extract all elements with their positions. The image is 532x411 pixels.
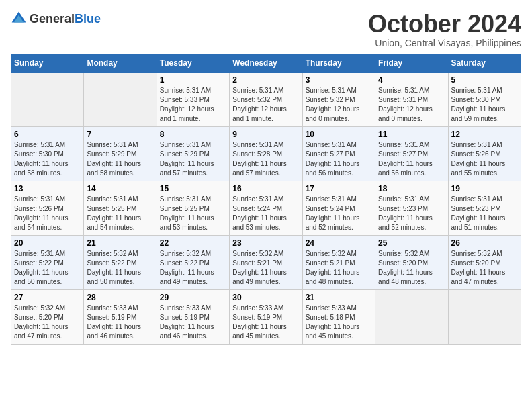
day-cell: 22Sunrise: 5:32 AM Sunset: 5:22 PM Dayli… — [157, 235, 229, 289]
day-info: Sunrise: 5:31 AM Sunset: 5:28 PM Dayligh… — [232, 140, 299, 178]
logo-text-blue: Blue — [75, 12, 101, 26]
day-info: Sunrise: 5:32 AM Sunset: 5:21 PM Dayligh… — [306, 249, 372, 287]
day-number: 19 — [451, 184, 518, 193]
day-number: 16 — [232, 184, 299, 193]
day-info: Sunrise: 5:32 AM Sunset: 5:21 PM Dayligh… — [232, 249, 299, 287]
day-cell: 16Sunrise: 5:31 AM Sunset: 5:24 PM Dayli… — [230, 181, 302, 235]
day-cell — [448, 289, 521, 344]
week-row-1: 1Sunrise: 5:31 AM Sunset: 5:33 PM Daylig… — [11, 72, 521, 126]
day-number: 17 — [306, 184, 372, 193]
day-info: Sunrise: 5:31 AM Sunset: 5:22 PM Dayligh… — [14, 249, 81, 287]
day-info: Sunrise: 5:32 AM Sunset: 5:22 PM Dayligh… — [87, 249, 153, 287]
day-info: Sunrise: 5:31 AM Sunset: 5:29 PM Dayligh… — [160, 140, 226, 178]
day-number: 15 — [160, 184, 226, 193]
header-wednesday: Wednesday — [230, 54, 302, 72]
day-info: Sunrise: 5:31 AM Sunset: 5:27 PM Dayligh… — [378, 140, 445, 178]
day-cell: 23Sunrise: 5:32 AM Sunset: 5:21 PM Dayli… — [230, 235, 302, 289]
day-number: 6 — [14, 130, 81, 139]
day-cell: 29Sunrise: 5:33 AM Sunset: 5:19 PM Dayli… — [157, 289, 229, 344]
day-number: 8 — [160, 130, 226, 139]
day-cell — [375, 289, 448, 344]
calendar-body: 1Sunrise: 5:31 AM Sunset: 5:33 PM Daylig… — [11, 72, 521, 344]
calendar-table: Sunday Monday Tuesday Wednesday Thursday… — [11, 54, 521, 345]
day-number: 18 — [378, 184, 445, 193]
logo: General Blue — [11, 11, 101, 27]
day-cell: 30Sunrise: 5:33 AM Sunset: 5:19 PM Dayli… — [230, 289, 302, 344]
day-cell: 25Sunrise: 5:32 AM Sunset: 5:20 PM Dayli… — [375, 235, 448, 289]
day-info: Sunrise: 5:31 AM Sunset: 5:25 PM Dayligh… — [87, 195, 153, 232]
day-cell: 17Sunrise: 5:31 AM Sunset: 5:24 PM Dayli… — [302, 181, 375, 235]
day-info: Sunrise: 5:32 AM Sunset: 5:20 PM Dayligh… — [378, 249, 445, 287]
month-title: October 2024 — [368, 11, 521, 38]
day-info: Sunrise: 5:32 AM Sunset: 5:22 PM Dayligh… — [160, 249, 226, 287]
day-info: Sunrise: 5:31 AM Sunset: 5:30 PM Dayligh… — [451, 86, 518, 124]
day-info: Sunrise: 5:31 AM Sunset: 5:32 PM Dayligh… — [232, 86, 299, 124]
day-cell: 5Sunrise: 5:31 AM Sunset: 5:30 PM Daylig… — [448, 72, 521, 126]
day-number: 20 — [14, 238, 81, 248]
day-cell: 1Sunrise: 5:31 AM Sunset: 5:33 PM Daylig… — [157, 72, 229, 126]
day-info: Sunrise: 5:31 AM Sunset: 5:23 PM Dayligh… — [451, 195, 518, 232]
day-number: 28 — [87, 293, 153, 302]
day-number: 13 — [14, 184, 81, 193]
day-cell: 21Sunrise: 5:32 AM Sunset: 5:22 PM Dayli… — [84, 235, 157, 289]
day-cell: 26Sunrise: 5:32 AM Sunset: 5:20 PM Dayli… — [448, 235, 521, 289]
title-block: October 2024 Union, Central Visayas, Phi… — [368, 11, 521, 48]
day-info: Sunrise: 5:31 AM Sunset: 5:23 PM Dayligh… — [378, 195, 445, 232]
day-cell: 7Sunrise: 5:31 AM Sunset: 5:29 PM Daylig… — [84, 126, 157, 181]
day-info: Sunrise: 5:33 AM Sunset: 5:19 PM Dayligh… — [232, 304, 299, 341]
day-cell: 9Sunrise: 5:31 AM Sunset: 5:28 PM Daylig… — [230, 126, 302, 181]
day-cell: 19Sunrise: 5:31 AM Sunset: 5:23 PM Dayli… — [448, 181, 521, 235]
day-cell: 24Sunrise: 5:32 AM Sunset: 5:21 PM Dayli… — [302, 235, 375, 289]
day-cell: 3Sunrise: 5:31 AM Sunset: 5:32 PM Daylig… — [302, 72, 375, 126]
day-info: Sunrise: 5:31 AM Sunset: 5:29 PM Dayligh… — [87, 140, 153, 178]
day-info: Sunrise: 5:31 AM Sunset: 5:24 PM Dayligh… — [306, 195, 372, 232]
day-info: Sunrise: 5:31 AM Sunset: 5:33 PM Dayligh… — [160, 86, 226, 124]
day-info: Sunrise: 5:33 AM Sunset: 5:18 PM Dayligh… — [306, 304, 372, 341]
day-number: 27 — [14, 293, 81, 302]
day-info: Sunrise: 5:31 AM Sunset: 5:25 PM Dayligh… — [160, 195, 226, 232]
day-cell: 15Sunrise: 5:31 AM Sunset: 5:25 PM Dayli… — [157, 181, 229, 235]
day-cell: 13Sunrise: 5:31 AM Sunset: 5:26 PM Dayli… — [11, 181, 84, 235]
day-cell: 10Sunrise: 5:31 AM Sunset: 5:27 PM Dayli… — [302, 126, 375, 181]
day-info: Sunrise: 5:33 AM Sunset: 5:19 PM Dayligh… — [87, 304, 153, 341]
header-tuesday: Tuesday — [157, 54, 229, 72]
day-number: 22 — [160, 238, 226, 248]
day-cell: 18Sunrise: 5:31 AM Sunset: 5:23 PM Dayli… — [375, 181, 448, 235]
day-cell: 6Sunrise: 5:31 AM Sunset: 5:30 PM Daylig… — [11, 126, 84, 181]
page-header: General Blue October 2024 Union, Central… — [11, 11, 521, 48]
day-cell: 27Sunrise: 5:32 AM Sunset: 5:20 PM Dayli… — [11, 289, 84, 344]
day-info: Sunrise: 5:33 AM Sunset: 5:19 PM Dayligh… — [160, 304, 226, 341]
header-monday: Monday — [84, 54, 157, 72]
day-info: Sunrise: 5:31 AM Sunset: 5:26 PM Dayligh… — [14, 195, 81, 232]
day-info: Sunrise: 5:31 AM Sunset: 5:30 PM Dayligh… — [14, 140, 81, 178]
header-saturday: Saturday — [448, 54, 521, 72]
day-info: Sunrise: 5:31 AM Sunset: 5:26 PM Dayligh… — [451, 140, 518, 178]
header-friday: Friday — [375, 54, 448, 72]
day-number: 25 — [378, 238, 445, 248]
day-number: 4 — [378, 75, 445, 85]
day-number: 26 — [451, 238, 518, 248]
day-number: 11 — [378, 130, 445, 139]
header-sunday: Sunday — [11, 54, 84, 72]
day-cell: 4Sunrise: 5:31 AM Sunset: 5:31 PM Daylig… — [375, 72, 448, 126]
day-number: 2 — [232, 75, 299, 85]
day-cell: 11Sunrise: 5:31 AM Sunset: 5:27 PM Dayli… — [375, 126, 448, 181]
day-number: 1 — [160, 75, 226, 85]
day-info: Sunrise: 5:32 AM Sunset: 5:20 PM Dayligh… — [14, 304, 81, 341]
day-cell — [84, 72, 157, 126]
day-number: 29 — [160, 293, 226, 302]
day-cell: 8Sunrise: 5:31 AM Sunset: 5:29 PM Daylig… — [157, 126, 229, 181]
day-cell: 31Sunrise: 5:33 AM Sunset: 5:18 PM Dayli… — [302, 289, 375, 344]
week-row-4: 20Sunrise: 5:31 AM Sunset: 5:22 PM Dayli… — [11, 235, 521, 289]
week-row-5: 27Sunrise: 5:32 AM Sunset: 5:20 PM Dayli… — [11, 289, 521, 344]
day-info: Sunrise: 5:31 AM Sunset: 5:32 PM Dayligh… — [306, 86, 372, 124]
day-cell: 14Sunrise: 5:31 AM Sunset: 5:25 PM Dayli… — [84, 181, 157, 235]
day-info: Sunrise: 5:31 AM Sunset: 5:31 PM Dayligh… — [378, 86, 445, 124]
location-subtitle: Union, Central Visayas, Philippines — [368, 38, 521, 48]
day-info: Sunrise: 5:32 AM Sunset: 5:20 PM Dayligh… — [451, 249, 518, 287]
day-number: 5 — [451, 75, 518, 85]
day-number: 31 — [306, 293, 372, 302]
day-cell — [11, 72, 84, 126]
week-row-3: 13Sunrise: 5:31 AM Sunset: 5:26 PM Dayli… — [11, 181, 521, 235]
week-row-2: 6Sunrise: 5:31 AM Sunset: 5:30 PM Daylig… — [11, 126, 521, 181]
